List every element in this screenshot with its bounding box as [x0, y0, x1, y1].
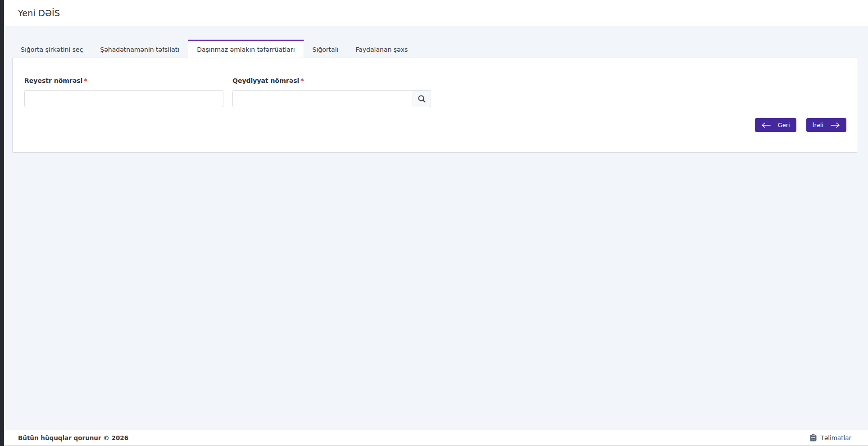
tab-sigortali[interactable]: Sığortalı — [304, 40, 347, 58]
tab-faydalanan-sexs[interactable]: Faydalanan şəxs — [347, 40, 416, 58]
instructions-label: Təlimatlar — [821, 434, 851, 441]
reyestr-nomresi-label: Reyestr nömrəsi* — [24, 77, 223, 84]
label-text: Reyestr nömrəsi — [24, 77, 82, 84]
label-text: Qeydiyyat nömrəsi — [232, 77, 299, 84]
search-button[interactable] — [413, 90, 431, 107]
form-fields-row: Reyestr nömrəsi* Qeydiyyat nömrəsi* — [24, 58, 845, 107]
page: Yeni DƏİS Sığorta şirkətini seç Şəhadətn… — [4, 0, 868, 446]
required-asterisk: * — [300, 77, 304, 84]
qeydiyyat-nomresi-label: Qeydiyyat nömrəsi* — [232, 77, 431, 84]
search-icon — [418, 95, 426, 103]
copyright-text: Bütün hüquqlar qorunur © 2026 — [18, 434, 128, 441]
required-asterisk: * — [84, 77, 87, 84]
field-reyestr-nomresi: Reyestr nömrəsi* — [24, 77, 223, 107]
clipboard-icon — [810, 434, 817, 441]
next-button[interactable]: İrəli — [806, 118, 846, 132]
main-content: Sığorta şirkətini seç Şəhadətnamənin təf… — [4, 26, 868, 430]
wizard-actions: Geri İrəli — [755, 118, 846, 132]
next-button-label: İrəli — [813, 122, 823, 128]
qeydiyyat-nomresi-input[interactable] — [232, 90, 413, 107]
reyestr-nomresi-input[interactable] — [24, 90, 223, 107]
page-title: Yeni DƏİS — [18, 8, 60, 18]
arrow-left-icon — [761, 123, 771, 128]
form-panel: Reyestr nömrəsi* Qeydiyyat nömrəsi* — [12, 58, 857, 153]
back-button-label: Geri — [778, 122, 790, 128]
arrow-right-icon — [831, 123, 840, 128]
tab-bar: Sığorta şirkətini seç Şəhadətnamənin təf… — [12, 40, 857, 58]
left-edge-bar — [0, 0, 4, 446]
tab-sigorta-sirketini-sec[interactable]: Sığorta şirkətini seç — [12, 40, 91, 58]
app-header: Yeni DƏİS — [4, 0, 868, 26]
field-qeydiyyat-nomresi: Qeydiyyat nömrəsi* — [232, 77, 431, 107]
instructions-link[interactable]: Təlimatlar — [810, 434, 851, 441]
app-footer: Bütün hüquqlar qorunur © 2026 Təlimatlar — [4, 430, 868, 446]
tab-sehadetnamenin-tefsilati[interactable]: Şəhadətnamənin təfsilatı — [91, 40, 188, 58]
tab-dasinmaz-emlakin-teferruatlari[interactable]: Daşınmaz əmlakın təfərrüatları — [188, 40, 304, 58]
qeydiyyat-input-group — [232, 90, 431, 107]
back-button[interactable]: Geri — [755, 118, 796, 132]
